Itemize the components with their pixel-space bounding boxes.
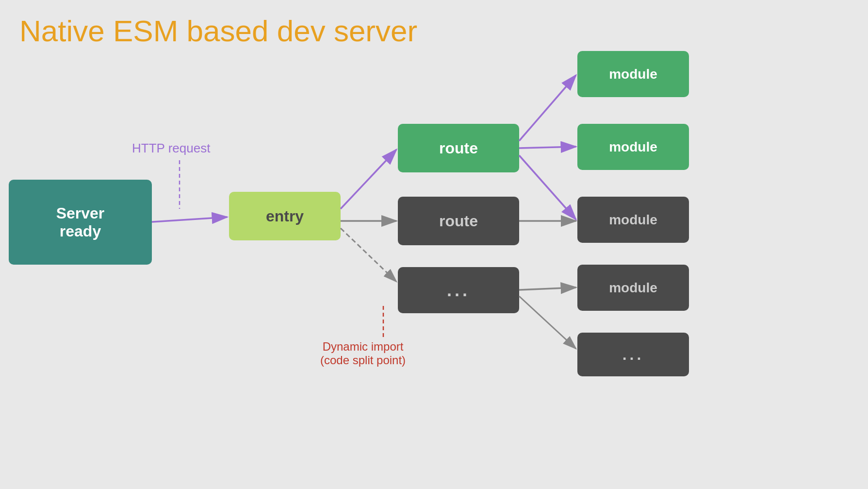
svg-line-5	[341, 150, 396, 209]
module-4-box: module	[577, 265, 689, 311]
module-2-box: module	[577, 124, 689, 170]
svg-line-13	[519, 296, 576, 349]
svg-line-12	[519, 287, 576, 290]
route-dark-box: route	[398, 197, 519, 245]
svg-line-9	[519, 75, 576, 141]
route-green-box: route	[398, 124, 519, 172]
module-1-box: module	[577, 51, 689, 97]
svg-line-10	[519, 147, 576, 148]
module-3-box: module	[577, 197, 689, 243]
svg-line-3	[152, 217, 227, 222]
dynamic-import-label: Dynamic import (code split point)	[320, 340, 406, 367]
entry-box: entry	[229, 192, 341, 240]
module-5-box: ...	[577, 333, 689, 376]
server-ready-box: Server ready	[9, 180, 152, 265]
dots-middle-box: ...	[398, 267, 519, 313]
page-title: Native ESM based dev server	[19, 14, 417, 48]
http-request-label: HTTP request	[132, 141, 210, 156]
svg-line-7	[341, 228, 396, 282]
svg-line-14	[519, 155, 576, 219]
